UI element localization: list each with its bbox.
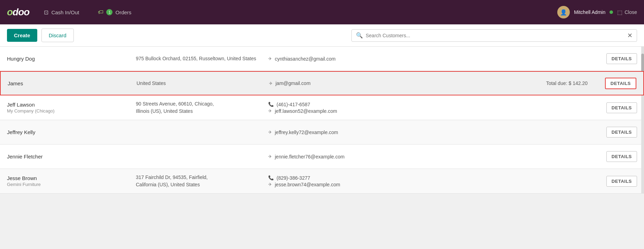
toolbar: Create Discard 🔍 ✕ [0,24,644,47]
close-label: Close [624,9,637,15]
customer-name-cell: Jennie Fletcher [7,154,136,159]
customer-contact-cell: 📞 (829)-386-3277 ✈ jesse.brown74@example… [268,175,519,187]
clear-search-icon[interactable]: ✕ [627,32,633,39]
customer-address-cell: 90 Streets Avenue, 60610, Chicago,Illino… [136,100,268,115]
customer-name-cell: Jeffrey Kelly [7,129,136,135]
customer-address: United States [137,80,166,86]
customer-address: 975 Bullock Orchard, 02155, Russeltown, … [136,56,256,61]
create-button[interactable]: Create [7,29,37,42]
table-row: Hungry Dog 975 Bullock Orchard, 02155, R… [0,47,644,71]
nav-right-section: 👤 Mitchell Admin ⬚ Close [557,6,637,18]
email-line: ✈ jam@gmail.com [269,80,518,86]
customer-contact-cell: ✈ jennie.fletcher76@example.com [268,154,519,159]
table-row: Jesse Brown Gemini Furniture 317 Fairchi… [0,169,644,194]
customer-contact-cell: ✈ jeffrey.kelly72@example.com [268,130,519,135]
customer-address: 90 Streets Avenue, 60610, Chicago,Illino… [136,101,214,114]
orders-tag-icon: 🏷 [98,9,103,15]
customer-email: cynthiasanchez@gmail.com [275,56,336,62]
customer-name: Jesse Brown [7,175,136,181]
customer-address-cell: 975 Bullock Orchard, 02155, Russeltown, … [136,55,268,62]
customer-email: jennie.fletcher76@example.com [275,154,344,159]
cash-in-out-nav[interactable]: ⊡ Cash In/Out [40,7,83,18]
cash-in-out-icon: ⊡ [44,9,48,16]
customer-contact-cell: ✈ jam@gmail.com [269,80,518,86]
customer-action-cell: DETAILS [595,127,637,138]
search-icon: 🔍 [356,32,363,39]
customer-action-cell: DETAILS [595,53,637,64]
customer-email: jeff.lawson52@example.com [275,108,337,114]
table-row: Jeffrey Kelly ✈ jeffrey.kelly72@example.… [0,120,644,145]
details-button[interactable]: DETAILS [606,151,637,162]
table-row: Jennie Fletcher ✈ jennie.fletcher76@exam… [0,145,644,169]
details-button[interactable]: DETAILS [606,127,637,138]
details-button[interactable]: DETAILS [606,176,637,187]
scrollbar-track[interactable] [641,47,644,194]
email-icon: ✈ [268,154,272,159]
phone-icon: 📞 [268,102,274,107]
odoo-logo: odoo [7,7,29,18]
customer-phone: (829)-386-3277 [277,175,310,181]
cash-in-out-label: Cash In/Out [51,9,79,15]
email-icon: ✈ [268,182,272,187]
phone-icon: 📞 [268,175,274,180]
email-icon: ✈ [268,108,272,114]
customer-name: Jeffrey Kelly [7,129,136,135]
customer-name: Hungry Dog [7,56,136,62]
orders-nav[interactable]: 🏷 1 Orders [94,7,135,17]
customer-contact-cell: ✈ cynthiasanchez@gmail.com [268,56,519,62]
details-button[interactable]: DETAILS [605,78,636,89]
customer-action-cell: DETAILS [595,176,637,187]
customer-action-cell: DETAILS [595,78,636,89]
table-row: Jeff Lawson My Company (Chicago) 90 Stre… [0,95,644,120]
phone-line: 📞 (461)-417-6587 [268,102,519,107]
email-line: ✈ cynthiasanchez@gmail.com [268,56,519,62]
email-line: ✈ jeffrey.kelly72@example.com [268,130,519,135]
customer-list-container: Hungry Dog 975 Bullock Orchard, 02155, R… [0,47,644,194]
avatar: 👤 [557,6,570,18]
total-due-label: Total due: $ 142.20 [546,80,588,86]
customer-name-cell: James [8,80,137,86]
customer-email: jeffrey.kelly72@example.com [275,130,338,135]
customer-email: jam@gmail.com [276,80,311,86]
customer-name-cell: Jesse Brown Gemini Furniture [7,175,136,187]
email-icon: ✈ [269,81,273,86]
customer-name: James [8,80,137,86]
close-icon: ⬚ [617,9,622,16]
customer-list: Hungry Dog 975 Bullock Orchard, 02155, R… [0,47,644,194]
customer-phone: (461)-417-6587 [277,102,310,107]
discard-button[interactable]: Discard [41,29,74,42]
customer-action-cell: DETAILS [595,151,637,162]
customer-contact-cell: 📞 (461)-417-6587 ✈ jeff.lawson52@example… [268,102,519,114]
customer-address: 317 Fairchild Dr, 94535, Fairfield,Calif… [136,174,208,187]
top-navigation: odoo ⊡ Cash In/Out 🏷 1 Orders 👤 Mitchell… [0,0,644,24]
customer-action-cell: DETAILS [595,102,637,113]
orders-badge: 1 [106,9,112,15]
email-line: ✈ jeff.lawson52@example.com [268,108,519,114]
customer-company: My Company (Chicago) [7,108,136,114]
customer-company: Gemini Furniture [7,182,136,187]
close-button[interactable]: ⬚ Close [617,9,637,16]
search-box: 🔍 ✕ [351,29,637,42]
customer-address-cell: United States [137,80,269,87]
table-row: James United States ✈ jam@gmail.com Tota… [0,71,644,95]
customer-name: Jennie Fletcher [7,154,136,159]
email-line: ✈ jesse.brown74@example.com [268,182,519,187]
email-icon: ✈ [268,130,272,135]
customer-email: jesse.brown74@example.com [275,182,340,187]
details-button[interactable]: DETAILS [606,53,637,64]
online-status-dot [610,10,613,14]
email-line: ✈ jennie.fletcher76@example.com [268,154,519,159]
customer-name: Jeff Lawson [7,102,136,108]
orders-label: Orders [115,9,131,15]
details-button[interactable]: DETAILS [606,102,637,113]
email-icon: ✈ [268,56,272,61]
customer-due-cell: Total due: $ 142.20 [518,80,595,86]
search-input[interactable] [366,33,624,38]
user-name-label: Mitchell Admin [574,9,605,15]
customer-name-cell: Hungry Dog [7,56,136,62]
phone-line: 📞 (829)-386-3277 [268,175,519,181]
customer-name-cell: Jeff Lawson My Company (Chicago) [7,102,136,114]
customer-address-cell: 317 Fairchild Dr, 94535, Fairfield,Calif… [136,174,268,188]
